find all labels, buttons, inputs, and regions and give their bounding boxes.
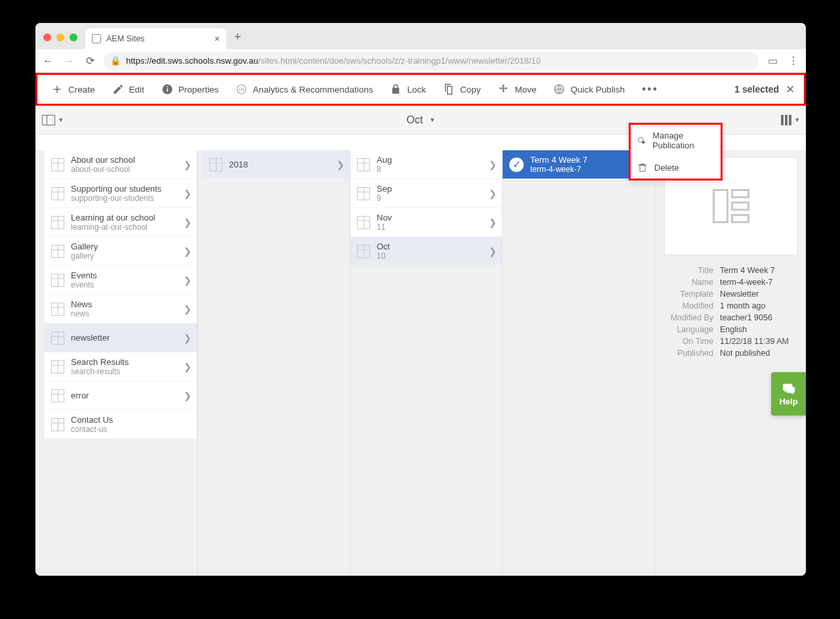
globe-gear-icon <box>637 135 646 146</box>
item-title: Nov <box>377 213 489 223</box>
chevron-right-icon: ❯ <box>184 188 192 199</box>
close-window[interactable] <box>43 33 51 41</box>
clear-selection-icon[interactable]: ✕ <box>782 83 799 96</box>
list-item[interactable]: Gallerygallery❯ <box>45 237 197 266</box>
item-title: Supporting our students <box>71 184 184 194</box>
item-title: Events <box>71 270 184 280</box>
back-button[interactable]: ← <box>41 55 55 67</box>
columns-icon <box>781 115 791 125</box>
column-2: 2018❯ <box>203 150 350 179</box>
item-title: Gallery <box>71 242 184 251</box>
item-name: 11 <box>377 223 489 232</box>
trash-icon <box>637 162 648 173</box>
page-icon <box>357 216 370 229</box>
delete-item[interactable]: Delete <box>631 156 721 179</box>
list-item[interactable]: Newsnews❯ <box>45 295 197 324</box>
chevron-right-icon: ❯ <box>184 304 192 314</box>
svg-rect-1 <box>167 89 168 92</box>
chart-icon <box>236 83 247 95</box>
list-item[interactable]: Nov11❯ <box>350 208 502 237</box>
move-button[interactable]: Move <box>489 75 545 104</box>
lock-icon <box>390 83 402 95</box>
minimize-window[interactable] <box>56 33 64 41</box>
chat-icon <box>780 382 797 396</box>
list-item[interactable]: About our schoolabout-our-school❯ <box>45 150 197 179</box>
quick-publish-button[interactable]: Quick Publish <box>545 75 633 104</box>
copy-icon <box>443 83 455 95</box>
list-item[interactable]: Eventsevents❯ <box>45 266 197 295</box>
page-icon <box>51 158 64 171</box>
item-title: Learning at our school <box>71 213 184 223</box>
copy-button[interactable]: Copy <box>434 75 490 104</box>
url-bar: ← → ⟳ 🔒 https://edit.sws.schools.nsw.gov… <box>35 49 806 73</box>
list-item[interactable]: 2018❯ <box>203 150 350 179</box>
edit-button[interactable]: Edit <box>104 75 153 104</box>
check-icon: ✓ <box>509 158 524 172</box>
browser-tab[interactable]: AEM Sites × <box>85 28 226 49</box>
more-actions-button[interactable]: ••• <box>633 75 666 104</box>
list-item[interactable]: newsletter❯ <box>45 324 197 352</box>
item-name: 10 <box>377 251 489 261</box>
item-name: events <box>71 280 184 289</box>
extensions-icon[interactable]: ▭ <box>765 54 780 67</box>
item-name: supporting-our-students <box>71 194 184 203</box>
details-panel: TitleTerm 4 Week 7 Nameterm-4-week-7 Tem… <box>655 150 806 576</box>
chevron-right-icon: ❯ <box>184 362 192 372</box>
chevron-down-icon: ▾ <box>795 116 799 124</box>
page-icon <box>51 331 64 345</box>
chevron-down-icon: ▾ <box>59 116 63 124</box>
chevron-right-icon: ❯ <box>489 217 497 228</box>
list-item[interactable]: error❯ <box>45 381 197 410</box>
item-name: 9 <box>377 194 489 203</box>
chevron-right-icon: ❯ <box>184 391 192 401</box>
chevron-right-icon: ❯ <box>489 246 497 257</box>
chevron-right-icon: ❯ <box>489 188 497 199</box>
page-icon <box>92 34 101 43</box>
chevron-down-icon: ▾ <box>430 116 434 124</box>
chrome-menu-icon[interactable]: ⋮ <box>786 54 801 67</box>
svg-point-6 <box>642 141 644 144</box>
action-bar: Create Edit Properties Analytics & Recom… <box>35 73 806 106</box>
reload-button[interactable]: ⟳ <box>83 54 97 67</box>
page-icon <box>357 187 370 200</box>
item-title: 2018 <box>229 160 337 169</box>
page-icon <box>51 418 64 431</box>
view-switcher[interactable]: ▾ <box>781 115 799 125</box>
column-1: About our schoolabout-our-school❯Support… <box>45 150 198 439</box>
selection-count: 1 selected <box>734 84 779 95</box>
new-tab-button[interactable]: + <box>234 30 242 44</box>
item-name: news <box>71 309 184 318</box>
list-item[interactable]: Aug8❯ <box>350 150 502 179</box>
list-item[interactable]: Search Resultssearch-results❯ <box>45 352 197 381</box>
item-name: gallery <box>71 251 184 261</box>
forward-button[interactable]: → <box>62 55 76 67</box>
overflow-menu: Manage Publication Delete <box>629 123 723 181</box>
create-button[interactable]: Create <box>43 75 104 104</box>
address-field[interactable]: 🔒 https://edit.sws.schools.nsw.gov.au/si… <box>104 52 759 70</box>
analytics-button[interactable]: Analytics & Recommendations <box>227 75 381 104</box>
list-item[interactable]: Oct10❯ <box>350 237 502 266</box>
rail-toggle[interactable]: ▾ <box>42 115 63 125</box>
item-name: learning-at-our-school <box>71 223 184 232</box>
page-icon <box>51 303 64 316</box>
page-icon <box>51 245 64 258</box>
close-tab-icon[interactable]: × <box>215 33 220 44</box>
column-view: About our schoolabout-our-school❯Support… <box>35 150 806 576</box>
item-name: about-our-school <box>71 165 184 174</box>
list-item[interactable]: Sep9❯ <box>350 179 502 208</box>
page-metadata: TitleTerm 4 Week 7 Nameterm-4-week-7 Tem… <box>664 265 798 359</box>
maximize-window[interactable] <box>70 33 77 41</box>
lock-button[interactable]: Lock <box>381 75 434 104</box>
breadcrumb[interactable]: Oct ▾ <box>407 114 435 126</box>
page-icon <box>357 245 370 258</box>
manage-publication-item[interactable]: Manage Publication <box>631 125 721 156</box>
help-button[interactable]: Help <box>771 372 806 416</box>
list-item[interactable]: Learning at our schoollearning-at-our-sc… <box>45 208 197 237</box>
properties-button[interactable]: Properties <box>153 75 228 104</box>
list-item[interactable]: Contact Uscontact-us <box>45 410 197 439</box>
list-item[interactable]: Supporting our studentssupporting-our-st… <box>45 179 197 208</box>
page-icon <box>51 187 64 200</box>
item-title: error <box>71 391 184 400</box>
move-icon <box>497 83 509 95</box>
chevron-right-icon: ❯ <box>184 246 192 257</box>
